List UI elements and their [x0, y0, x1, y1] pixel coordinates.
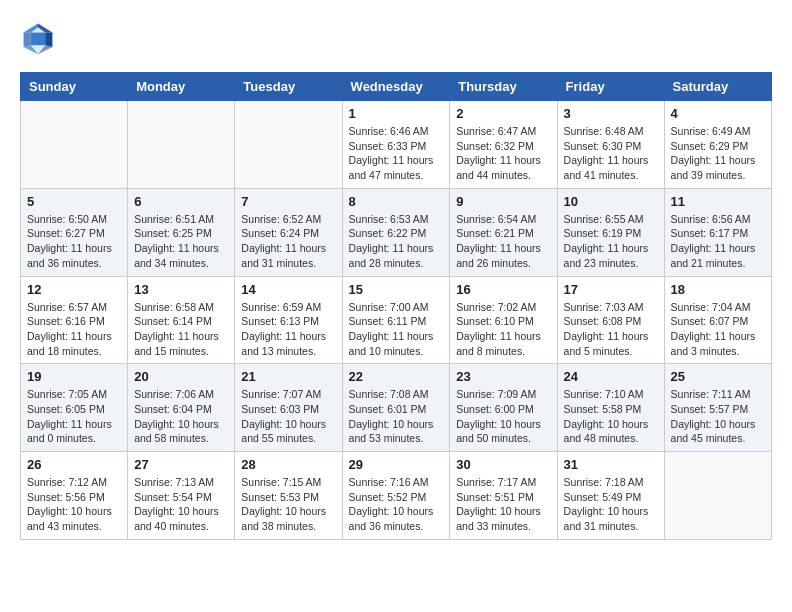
day-info: Sunrise: 7:08 AM Sunset: 6:01 PM Dayligh…: [349, 387, 444, 446]
calendar-cell: 13Sunrise: 6:58 AM Sunset: 6:14 PM Dayli…: [128, 276, 235, 364]
day-info: Sunrise: 7:15 AM Sunset: 5:53 PM Dayligh…: [241, 475, 335, 534]
weekday-header-tuesday: Tuesday: [235, 73, 342, 101]
day-info: Sunrise: 7:05 AM Sunset: 6:05 PM Dayligh…: [27, 387, 121, 446]
calendar-cell: 15Sunrise: 7:00 AM Sunset: 6:11 PM Dayli…: [342, 276, 450, 364]
day-number: 31: [564, 457, 658, 472]
day-number: 26: [27, 457, 121, 472]
day-info: Sunrise: 6:49 AM Sunset: 6:29 PM Dayligh…: [671, 124, 765, 183]
day-info: Sunrise: 7:07 AM Sunset: 6:03 PM Dayligh…: [241, 387, 335, 446]
week-row-2: 5Sunrise: 6:50 AM Sunset: 6:27 PM Daylig…: [21, 188, 772, 276]
calendar-cell: 14Sunrise: 6:59 AM Sunset: 6:13 PM Dayli…: [235, 276, 342, 364]
day-info: Sunrise: 7:16 AM Sunset: 5:52 PM Dayligh…: [349, 475, 444, 534]
day-number: 10: [564, 194, 658, 209]
calendar-cell: 30Sunrise: 7:17 AM Sunset: 5:51 PM Dayli…: [450, 452, 557, 540]
day-info: Sunrise: 6:46 AM Sunset: 6:33 PM Dayligh…: [349, 124, 444, 183]
calendar-cell: 7Sunrise: 6:52 AM Sunset: 6:24 PM Daylig…: [235, 188, 342, 276]
day-number: 21: [241, 369, 335, 384]
calendar-cell: 16Sunrise: 7:02 AM Sunset: 6:10 PM Dayli…: [450, 276, 557, 364]
day-number: 23: [456, 369, 550, 384]
day-number: 24: [564, 369, 658, 384]
page-header: [20, 20, 772, 56]
day-number: 29: [349, 457, 444, 472]
svg-marker-4: [45, 33, 52, 47]
day-info: Sunrise: 6:56 AM Sunset: 6:17 PM Dayligh…: [671, 212, 765, 271]
calendar-cell: 17Sunrise: 7:03 AM Sunset: 6:08 PM Dayli…: [557, 276, 664, 364]
day-info: Sunrise: 7:17 AM Sunset: 5:51 PM Dayligh…: [456, 475, 550, 534]
calendar-cell: 29Sunrise: 7:16 AM Sunset: 5:52 PM Dayli…: [342, 452, 450, 540]
calendar-cell: [21, 101, 128, 189]
calendar-cell: 9Sunrise: 6:54 AM Sunset: 6:21 PM Daylig…: [450, 188, 557, 276]
day-number: 20: [134, 369, 228, 384]
day-number: 4: [671, 106, 765, 121]
day-number: 14: [241, 282, 335, 297]
day-number: 7: [241, 194, 335, 209]
day-info: Sunrise: 6:48 AM Sunset: 6:30 PM Dayligh…: [564, 124, 658, 183]
day-info: Sunrise: 7:03 AM Sunset: 6:08 PM Dayligh…: [564, 300, 658, 359]
weekday-header-row: SundayMondayTuesdayWednesdayThursdayFrid…: [21, 73, 772, 101]
calendar-cell: 31Sunrise: 7:18 AM Sunset: 5:49 PM Dayli…: [557, 452, 664, 540]
week-row-3: 12Sunrise: 6:57 AM Sunset: 6:16 PM Dayli…: [21, 276, 772, 364]
calendar-cell: 25Sunrise: 7:11 AM Sunset: 5:57 PM Dayli…: [664, 364, 771, 452]
calendar-cell: 11Sunrise: 6:56 AM Sunset: 6:17 PM Dayli…: [664, 188, 771, 276]
calendar-cell: 28Sunrise: 7:15 AM Sunset: 5:53 PM Dayli…: [235, 452, 342, 540]
calendar-cell: 18Sunrise: 7:04 AM Sunset: 6:07 PM Dayli…: [664, 276, 771, 364]
logo-icon: [20, 20, 56, 56]
week-row-4: 19Sunrise: 7:05 AM Sunset: 6:05 PM Dayli…: [21, 364, 772, 452]
calendar-table: SundayMondayTuesdayWednesdayThursdayFrid…: [20, 72, 772, 540]
day-number: 5: [27, 194, 121, 209]
weekday-header-thursday: Thursday: [450, 73, 557, 101]
calendar-cell: 26Sunrise: 7:12 AM Sunset: 5:56 PM Dayli…: [21, 452, 128, 540]
calendar-cell: 4Sunrise: 6:49 AM Sunset: 6:29 PM Daylig…: [664, 101, 771, 189]
day-info: Sunrise: 6:47 AM Sunset: 6:32 PM Dayligh…: [456, 124, 550, 183]
week-row-1: 1Sunrise: 6:46 AM Sunset: 6:33 PM Daylig…: [21, 101, 772, 189]
calendar-cell: 2Sunrise: 6:47 AM Sunset: 6:32 PM Daylig…: [450, 101, 557, 189]
day-number: 1: [349, 106, 444, 121]
day-info: Sunrise: 7:12 AM Sunset: 5:56 PM Dayligh…: [27, 475, 121, 534]
logo: [20, 20, 62, 56]
weekday-header-friday: Friday: [557, 73, 664, 101]
day-number: 9: [456, 194, 550, 209]
weekday-header-monday: Monday: [128, 73, 235, 101]
svg-marker-3: [24, 33, 31, 47]
weekday-header-sunday: Sunday: [21, 73, 128, 101]
day-number: 16: [456, 282, 550, 297]
day-info: Sunrise: 7:18 AM Sunset: 5:49 PM Dayligh…: [564, 475, 658, 534]
svg-marker-5: [31, 33, 45, 46]
calendar-cell: 5Sunrise: 6:50 AM Sunset: 6:27 PM Daylig…: [21, 188, 128, 276]
day-info: Sunrise: 6:57 AM Sunset: 6:16 PM Dayligh…: [27, 300, 121, 359]
day-info: Sunrise: 6:59 AM Sunset: 6:13 PM Dayligh…: [241, 300, 335, 359]
day-info: Sunrise: 7:00 AM Sunset: 6:11 PM Dayligh…: [349, 300, 444, 359]
day-number: 18: [671, 282, 765, 297]
day-info: Sunrise: 6:51 AM Sunset: 6:25 PM Dayligh…: [134, 212, 228, 271]
day-info: Sunrise: 6:55 AM Sunset: 6:19 PM Dayligh…: [564, 212, 658, 271]
calendar-cell: 20Sunrise: 7:06 AM Sunset: 6:04 PM Dayli…: [128, 364, 235, 452]
day-info: Sunrise: 6:58 AM Sunset: 6:14 PM Dayligh…: [134, 300, 228, 359]
day-number: 6: [134, 194, 228, 209]
day-number: 17: [564, 282, 658, 297]
day-number: 28: [241, 457, 335, 472]
day-info: Sunrise: 7:11 AM Sunset: 5:57 PM Dayligh…: [671, 387, 765, 446]
calendar-cell: 27Sunrise: 7:13 AM Sunset: 5:54 PM Dayli…: [128, 452, 235, 540]
day-info: Sunrise: 7:04 AM Sunset: 6:07 PM Dayligh…: [671, 300, 765, 359]
day-info: Sunrise: 6:54 AM Sunset: 6:21 PM Dayligh…: [456, 212, 550, 271]
day-number: 15: [349, 282, 444, 297]
calendar-cell: 23Sunrise: 7:09 AM Sunset: 6:00 PM Dayli…: [450, 364, 557, 452]
day-number: 27: [134, 457, 228, 472]
day-info: Sunrise: 7:09 AM Sunset: 6:00 PM Dayligh…: [456, 387, 550, 446]
calendar-cell: [664, 452, 771, 540]
day-number: 19: [27, 369, 121, 384]
day-info: Sunrise: 7:13 AM Sunset: 5:54 PM Dayligh…: [134, 475, 228, 534]
weekday-header-saturday: Saturday: [664, 73, 771, 101]
calendar-cell: 1Sunrise: 6:46 AM Sunset: 6:33 PM Daylig…: [342, 101, 450, 189]
day-number: 30: [456, 457, 550, 472]
day-number: 8: [349, 194, 444, 209]
day-number: 3: [564, 106, 658, 121]
calendar-cell: 10Sunrise: 6:55 AM Sunset: 6:19 PM Dayli…: [557, 188, 664, 276]
calendar-cell: 6Sunrise: 6:51 AM Sunset: 6:25 PM Daylig…: [128, 188, 235, 276]
day-info: Sunrise: 7:02 AM Sunset: 6:10 PM Dayligh…: [456, 300, 550, 359]
calendar-cell: 24Sunrise: 7:10 AM Sunset: 5:58 PM Dayli…: [557, 364, 664, 452]
day-number: 12: [27, 282, 121, 297]
weekday-header-wednesday: Wednesday: [342, 73, 450, 101]
calendar-cell: [128, 101, 235, 189]
day-info: Sunrise: 6:53 AM Sunset: 6:22 PM Dayligh…: [349, 212, 444, 271]
